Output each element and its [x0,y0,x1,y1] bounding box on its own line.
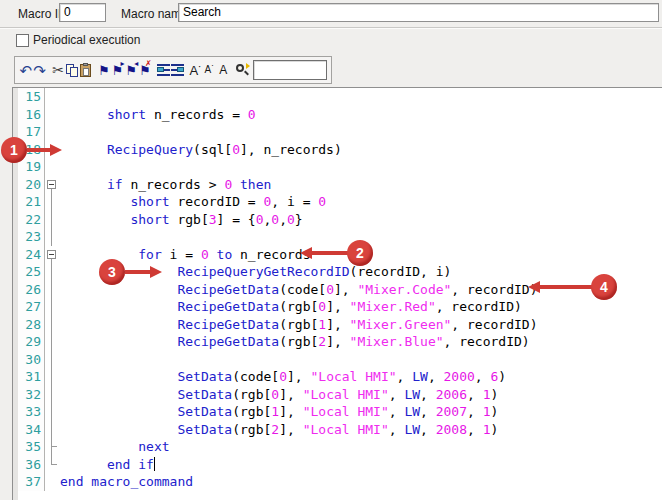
periodical-execution-label: Periodical execution [33,33,140,47]
code-line-37[interactable]: 37end macro_command [13,473,662,491]
annotation-arrow-head [528,281,540,293]
code-text: RecipeGetData(rgb[1], "Mixer.Green", rec… [58,316,537,334]
fold-margin [45,88,58,106]
code-text [58,123,60,141]
font-reset-icon[interactable]: A [216,59,230,81]
find-icon[interactable] [235,59,249,81]
fold-margin [45,438,58,456]
code-text: RecipeGetData(rgb[0], "Mixer.Red", recor… [58,298,522,316]
fold-margin [45,158,58,176]
periodical-execution-checkbox[interactable] [16,34,29,47]
code-text: next [58,438,170,456]
code-text [58,351,60,369]
fold-margin [45,456,58,474]
code-line-22[interactable]: 22 short rgb[3] = {0,0,0} [13,211,662,229]
code-line-18[interactable]: 18 RecipeQuery(sql[0], n_records) [13,141,662,159]
code-text: end macro_command [58,473,193,491]
code-line-35[interactable]: 35 next [13,438,662,456]
fold-margin [45,193,58,211]
font-decrease-icon[interactable]: A˙ [203,59,217,81]
code-text: if n_records > 0 then [58,176,271,194]
cut-icon[interactable]: ✂ [51,59,65,81]
fold-margin [45,316,58,334]
code-text [58,158,60,176]
indent-icon[interactable] [157,59,171,81]
code-text: short rgb[3] = {0,0,0} [58,211,303,229]
fold-margin [45,211,58,229]
code-line-34[interactable]: 34 SetData(rgb[2], "Local HMI", LW, 2008… [13,421,662,439]
fold-margin[interactable] [45,176,58,194]
code-line-23[interactable]: 23 [13,228,662,246]
fold-margin[interactable] [45,246,58,264]
code-text: SetData(code[0], "Local HMI", LW, 2000, … [58,368,506,386]
code-line-36[interactable]: 36 end if [13,456,662,474]
code-text [58,228,60,246]
code-line-20[interactable]: 20 if n_records > 0 then [13,176,662,194]
annotation-arrow-head [150,266,162,278]
annotation-arrow-head [50,144,62,156]
fold-margin [45,123,58,141]
code-line-28[interactable]: 28 RecipeGetData(rgb[1], "Mixer.Green", … [13,316,662,334]
copy-icon[interactable] [65,59,79,81]
fold-margin [45,333,58,351]
annotation-arrow-shaft [539,285,592,289]
font-increase-icon[interactable]: A˙ [189,59,203,81]
code-line-19[interactable]: 19 [13,158,662,176]
code-text: RecipeQuery(sql[0], n_records) [58,141,342,159]
toolbar-search-input[interactable] [253,60,327,80]
fold-margin [45,368,58,386]
annotation-arrow-shaft [125,270,151,274]
macro-name-input[interactable]: Search [178,3,659,22]
code-text: SetData(rgb[1], "Local HMI", LW, 2007, 1… [58,403,498,421]
bookmark-next-icon[interactable]: ⚑▸ [111,59,125,81]
fold-margin [45,281,58,299]
fold-margin [45,228,58,246]
code-rows: 1516 short n_records = 01718 RecipeQuery… [13,88,662,491]
code-text: RecipeGetData(rgb[2], "Mixer.Blue", reco… [58,333,530,351]
annotation-circle-3: 3 [99,259,125,285]
code-line-31[interactable]: 31 SetData(code[0], "Local HMI", LW, 200… [13,368,662,386]
fold-collapse-icon [47,180,56,189]
undo-icon[interactable]: ↶ [19,59,33,81]
code-text: RecipeGetData(code[0], "Mixer.Code", rec… [58,281,537,299]
code-text [58,88,60,106]
code-line-21[interactable]: 21 short recordID = 0, i = 0 [13,193,662,211]
bookmark-toggle-icon[interactable]: ⚑ [97,59,111,81]
code-line-30[interactable]: 30 [13,351,662,369]
text-caret [154,457,155,471]
fold-margin [45,298,58,316]
code-text: SetData(rgb[2], "Local HMI", LW, 2008, 1… [58,421,498,439]
fold-margin [45,421,58,439]
code-text: short recordID = 0, i = 0 [58,193,326,211]
annotation-circle-4: 4 [591,274,617,300]
code-text: end if [58,456,155,474]
annotation-arrow-shaft [27,148,51,152]
fold-margin [45,386,58,404]
annotation-arrow-shaft [311,251,348,255]
fold-margin [45,106,58,124]
code-line-15[interactable]: 15 [13,88,662,106]
code-editor[interactable]: 1516 short n_records = 01718 RecipeQuery… [12,87,662,500]
fold-margin [45,351,58,369]
code-line-29[interactable]: 29 RecipeGetData(rgb[2], "Mixer.Blue", r… [13,333,662,351]
fold-margin [45,473,58,491]
code-line-16[interactable]: 16 short n_records = 0 [13,106,662,124]
bookmark-prev-icon[interactable]: ⚑◂ [125,59,139,81]
fold-margin [45,403,58,421]
code-line-33[interactable]: 33 SetData(rgb[1], "Local HMI", LW, 2007… [13,403,662,421]
code-text: SetData(rgb[0], "Local HMI", LW, 2006, 1… [58,386,498,404]
macro-id-input[interactable]: 0 [59,3,106,22]
code-line-27[interactable]: 27 RecipeGetData(rgb[0], "Mixer.Red", re… [13,298,662,316]
outdent-icon[interactable] [170,59,184,81]
code-line-32[interactable]: 32 SetData(rgb[0], "Local HMI", LW, 2006… [13,386,662,404]
annotation-arrow-head [300,247,312,259]
annotation-circle-1: 1 [1,137,27,163]
fold-collapse-icon [47,250,56,259]
macro-editor-window: { "header": { "macro_id_label": "Macro I… [0,0,662,500]
code-text: for i = 0 to n_records [58,246,311,264]
bookmark-clear-icon[interactable]: ⚑✗ [138,59,152,81]
code-line-17[interactable]: 17 [13,123,662,141]
annotation-circle-2: 2 [347,240,373,266]
redo-icon[interactable]: ↷ [33,59,47,81]
paste-icon[interactable] [79,59,93,81]
